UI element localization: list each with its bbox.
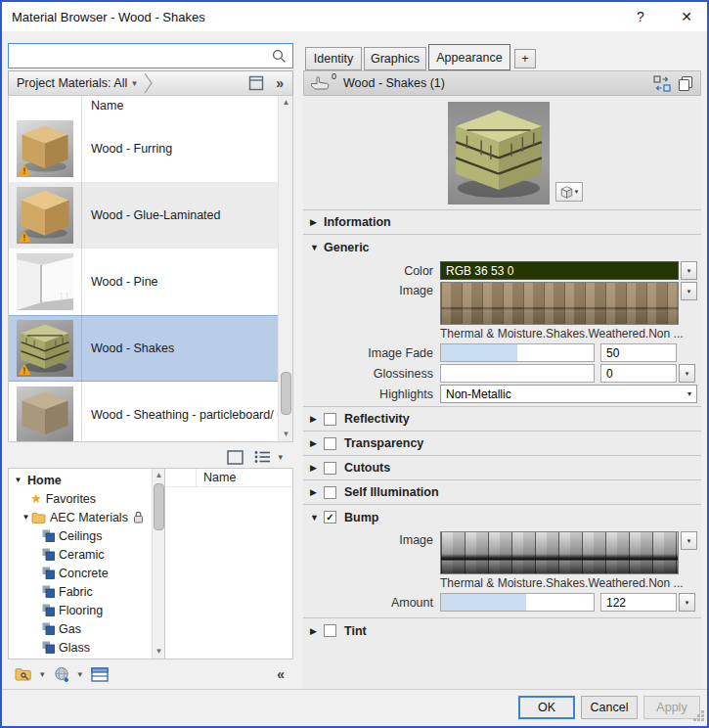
tree-item-ceilings[interactable]: Ceilings [9, 526, 152, 545]
duplicate-asset-icon[interactable] [678, 75, 693, 92]
tree-item-glass[interactable]: Glass [9, 638, 152, 657]
cutouts-checkbox[interactable] [324, 462, 336, 475]
collapse-pane-chevrons[interactable]: « [277, 666, 285, 682]
tree-item-home[interactable]: ▼ Home [9, 471, 152, 489]
tree-item-ceramic[interactable]: Ceramic [9, 545, 152, 564]
material-browser-window: Material Browser - Wood - Shakes ? ✕ Pro… [0, 0, 709, 728]
category-icon [42, 567, 55, 579]
section-cutouts[interactable]: ▶ Cutouts [303, 456, 701, 480]
section-bump[interactable]: ▼ ✓ Bump [303, 505, 701, 529]
expand-pane-chevrons[interactable]: » [276, 75, 284, 91]
material-preview-image [448, 102, 550, 205]
section-transparency[interactable]: ▶ Transparency [303, 432, 701, 456]
asset-usage-indicator: 0 [310, 74, 333, 92]
image-dropdown-button[interactable]: ▾ [681, 282, 697, 300]
reflectivity-checkbox[interactable] [324, 413, 336, 426]
apply-button[interactable]: Apply [643, 696, 700, 719]
image-fade-slider[interactable] [440, 343, 595, 362]
highlights-row: Highlights Non-Metallic ▾ [303, 385, 701, 403]
section-label: Reflectivity [344, 412, 410, 426]
material-preview-area: ▾ [303, 96, 701, 210]
close-button[interactable]: ✕ [672, 2, 701, 31]
expander-icon[interactable]: ▶ [310, 438, 324, 448]
material-row-wood-shakes-selected[interactable]: Wood - Shakes [9, 315, 278, 382]
asset-name: Wood - Shakes (1) [343, 76, 445, 90]
expander-icon[interactable]: ▼ [13, 476, 23, 484]
amount-dropdown-button[interactable]: ▾ [679, 593, 695, 612]
bump-image-dropdown-button[interactable]: ▾ [681, 531, 697, 550]
add-tab-button[interactable]: + [514, 49, 536, 68]
section-generic[interactable]: ▼ Generic [303, 235, 701, 259]
list-view-mode-button[interactable]: ▾ [251, 448, 286, 466]
swap-asset-icon[interactable] [653, 75, 671, 92]
filter-dropdown-icon[interactable]: ▾ [132, 78, 137, 88]
section-information[interactable]: ▶ Information [303, 210, 701, 235]
help-button[interactable]: ? [626, 2, 655, 31]
material-row-wood-glue-laminated[interactable]: Wood - Glue-Laminated [9, 182, 278, 249]
asset-use-count: 0 [332, 71, 336, 81]
appearance-properties: ▾ ▶ Information ▼ Generic Color RGB 36 5… [303, 96, 701, 689]
cancel-button[interactable]: Cancel [581, 696, 638, 719]
ok-button[interactable]: OK [518, 696, 575, 719]
panel-view-icon[interactable] [248, 75, 264, 91]
generic-image-caption: Thermal & Moisture.Shakes.Weathered.Non … [440, 327, 701, 341]
tree-item-flooring[interactable]: Flooring [9, 601, 152, 619]
hand-icon [310, 74, 331, 90]
generic-image-texture[interactable] [440, 282, 679, 325]
expander-icon[interactable]: ▼ [310, 243, 324, 252]
tree-scrollbar[interactable]: ▲ ▼ [152, 469, 164, 659]
preview-scene-button[interactable]: ▾ [555, 182, 583, 202]
expander-icon[interactable]: ▶ [310, 487, 324, 497]
bump-image-texture[interactable] [440, 531, 679, 574]
resize-grip[interactable] [701, 718, 704, 721]
tab-identity[interactable]: Identity [305, 47, 362, 70]
material-row-wood-pine[interactable]: Wood - Pine [9, 249, 278, 315]
material-row-wood-sheathing[interactable]: Wood - Sheathing - particleboard/ OS [9, 382, 278, 442]
amount-value[interactable]: 122 [600, 593, 677, 612]
open-asset-browser-button[interactable] [88, 665, 111, 684]
glossiness-dropdown-button[interactable]: ▾ [679, 364, 695, 383]
glossiness-value[interactable]: 0 [600, 364, 677, 383]
tree-item-favorites[interactable]: ★ Favorites [9, 489, 152, 508]
color-swatch[interactable]: RGB 36 53 0 [440, 261, 679, 280]
tint-checkbox[interactable] [324, 624, 336, 637]
panels-icon [91, 667, 109, 682]
section-self-illumination[interactable]: ▶ Self Illumination [303, 480, 701, 505]
material-row-wood-furring[interactable]: Wood - Furring [9, 115, 278, 182]
scrollbar-thumb[interactable] [281, 372, 291, 415]
expander-icon[interactable]: ▶ [310, 414, 324, 424]
scrollbar-thumb[interactable] [154, 483, 164, 530]
tree-item-aec-materials[interactable]: ▼ AEC Materials [9, 508, 152, 526]
tab-graphics[interactable]: Graphics [364, 47, 426, 70]
glossiness-slider[interactable] [440, 364, 595, 383]
expander-icon[interactable]: ▶ [310, 217, 324, 227]
amount-slider[interactable] [440, 593, 595, 612]
panel-layout-icon[interactable] [227, 450, 244, 465]
materials-list-scrollbar[interactable]: ▲ ▼ [278, 96, 292, 441]
bump-checkbox[interactable]: ✓ [324, 511, 336, 523]
tree-item-fabric[interactable]: Fabric [9, 582, 152, 601]
scroll-down-icon[interactable]: ▼ [279, 428, 293, 441]
scroll-up-icon[interactable]: ▲ [279, 96, 293, 110]
expander-icon[interactable]: ▼ [21, 513, 31, 522]
highlights-select[interactable]: Non-Metallic ▾ [440, 385, 697, 403]
transparency-checkbox[interactable] [324, 437, 336, 450]
expander-icon[interactable]: ▶ [310, 626, 324, 636]
section-reflectivity[interactable]: ▶ Reflectivity [303, 407, 701, 432]
self-illumination-checkbox[interactable] [324, 486, 336, 499]
tree-item-gas[interactable]: Gas [9, 619, 152, 638]
search-input[interactable] [11, 46, 271, 66]
tree-item-label: Ceilings [59, 529, 102, 543]
tree-item-insulation[interactable]: Insulation [9, 657, 152, 659]
color-dropdown-button[interactable]: ▾ [681, 261, 697, 280]
expander-icon[interactable]: ▼ [310, 513, 324, 523]
tab-appearance[interactable]: Appearance [428, 44, 510, 70]
tree-item-concrete[interactable]: Concrete [9, 564, 152, 582]
create-material-button[interactable]: ▾ [51, 664, 86, 685]
section-tint[interactable]: ▶ Tint [303, 618, 701, 643]
manage-library-button[interactable]: ▾ [12, 664, 48, 684]
project-materials-filter[interactable]: Project Materials: All ▾ » [8, 70, 293, 96]
expander-icon[interactable]: ▶ [310, 463, 324, 473]
image-fade-row: Image Fade 50 [303, 343, 701, 362]
image-fade-value[interactable]: 50 [600, 343, 677, 362]
